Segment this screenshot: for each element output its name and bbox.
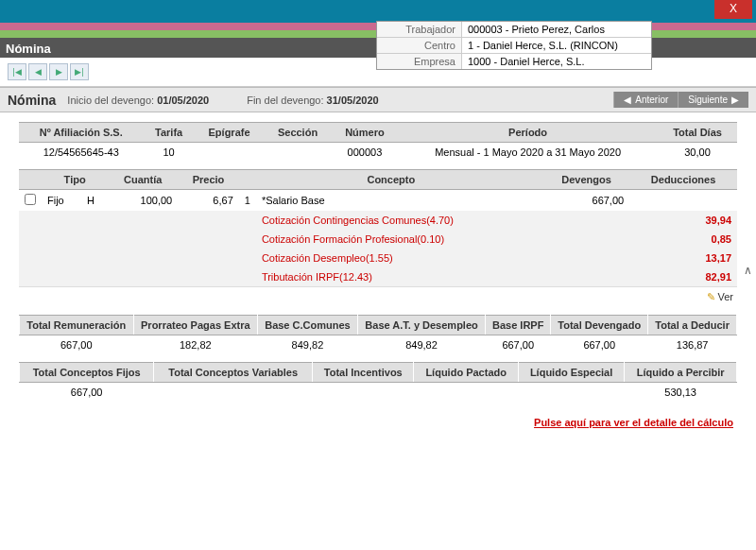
- cell: 0,85: [629, 230, 737, 249]
- cell: Tributación IRPF(12.43): [256, 267, 543, 287]
- th-tipo: Tipo: [42, 170, 108, 190]
- nav-next-button[interactable]: ▶: [49, 63, 68, 80]
- table-row: 667,00182,82849,82849,82667,00667,00136,…: [20, 335, 737, 355]
- th-numero: Número: [332, 123, 398, 143]
- info-box: Trabajador 000003 - Prieto Perez, Carlos…: [376, 21, 652, 70]
- cell: 667,00: [543, 190, 629, 212]
- cell: 30,00: [658, 143, 737, 163]
- th: Total Devengado: [551, 316, 648, 335]
- cell: 12/54565645-43: [19, 143, 144, 163]
- cell: Mensual - 1 Mayo 2020 a 31 Mayo 2020: [398, 143, 658, 163]
- cell: 849,82: [357, 335, 485, 355]
- cell: 667,00: [20, 335, 134, 355]
- header-title: Nómina: [6, 42, 51, 56]
- pager: ◀Anterior Siguiente▶: [613, 92, 748, 108]
- scroll-indicator[interactable]: ∧: [744, 264, 752, 277]
- cell: Cotización Contingencias Comunes(4.70): [256, 211, 543, 230]
- value-empresa: 1000 - Daniel Herce, S.L.: [462, 54, 651, 69]
- th-check: [19, 170, 42, 190]
- cell: 6,67: [178, 190, 239, 212]
- th: Total Conceptos Fijos: [20, 363, 154, 383]
- th: Total Incentivos: [313, 363, 414, 383]
- cell: 182,82: [133, 335, 257, 355]
- header-bar: Nómina Trabajador 000003 - Prieto Perez,…: [0, 38, 756, 58]
- checkbox[interactable]: [25, 194, 36, 205]
- table-row: Cotización Contingencias Comunes(4.70)39…: [19, 211, 737, 230]
- close-button[interactable]: X: [714, 0, 752, 19]
- value-trabajador: 000003 - Prieto Perez, Carlos: [462, 22, 651, 37]
- ver-link[interactable]: ✎Ver: [707, 291, 733, 302]
- row-checkbox[interactable]: [19, 190, 42, 212]
- cell: 530,13: [625, 383, 737, 403]
- cell: 100,00: [108, 190, 178, 212]
- cell: 667,00: [486, 335, 551, 355]
- th: Base C.Comunes: [258, 316, 358, 335]
- nav-prev-button[interactable]: ◀: [28, 63, 47, 80]
- th-afiliacion: Nº Afiliación S.S.: [19, 123, 144, 143]
- totals-table-1: Total RemuneraciónProrrateo Pagas ExtraB…: [19, 315, 737, 354]
- cell: [629, 190, 737, 212]
- titlebar: X: [0, 0, 756, 23]
- th-epigrafe: Epígrafe: [195, 123, 265, 143]
- table-row: 667,00530,13: [20, 383, 737, 403]
- cell: *Salario Base: [256, 190, 543, 212]
- cell: [154, 383, 313, 403]
- chevron-left-icon: ◀: [624, 95, 631, 105]
- cell: 849,82: [258, 335, 358, 355]
- th-tarifa: Tarifa: [144, 123, 195, 143]
- subheader: Nómina Inicio del devengo: 01/05/2020 Fi…: [0, 87, 756, 112]
- concepts-table: Tipo Cuantía Precio Concepto Devengos De…: [19, 169, 737, 307]
- cell: [195, 143, 265, 163]
- th: Prorrateo Pagas Extra: [133, 316, 257, 335]
- cell: 000003: [332, 143, 398, 163]
- th-deducciones: Deducciones: [629, 170, 737, 190]
- table-row: Fijo H 100,00 6,67 1 *Salario Base 667,0…: [19, 190, 737, 212]
- label-trabajador: Trabajador: [377, 22, 462, 37]
- cell: 667,00: [20, 383, 154, 403]
- cell: [414, 383, 518, 403]
- th-periodo: Período: [398, 123, 658, 143]
- table-row: 12/54565645-43 10 000003 Mensual - 1 May…: [19, 143, 737, 163]
- end-date: Fin del devengo: 31/05/2020: [247, 95, 378, 106]
- detail-link-row: Pulse aquí para ver el detalle del cálcu…: [19, 409, 737, 436]
- cell: 667,00: [551, 335, 648, 355]
- th: Líquido Especial: [518, 363, 624, 383]
- cell: 136,87: [648, 335, 737, 355]
- prev-button[interactable]: ◀Anterior: [613, 92, 678, 108]
- table-row: Cotización Desempleo(1.55)13,17: [19, 249, 737, 267]
- cell: Cotización Formación Profesional(0.10): [256, 230, 543, 249]
- cell: 10: [144, 143, 195, 163]
- th-cuantia: Cuantía: [108, 170, 178, 190]
- th: Base A.T. y Desempleo: [357, 316, 485, 335]
- cell: 1: [239, 190, 256, 212]
- content-area: Nº Afiliación S.S. Tarifa Epígrafe Secci…: [0, 112, 756, 547]
- pencil-icon: ✎: [707, 291, 715, 302]
- start-date: Inicio del devengo: 01/05/2020: [67, 95, 209, 106]
- cell: 82,91: [629, 267, 737, 287]
- nav-first-button[interactable]: |◀: [8, 63, 26, 80]
- totals-table-2: Total Conceptos FijosTotal Conceptos Var…: [19, 362, 737, 402]
- th-precio: Precio: [178, 170, 239, 190]
- label-centro: Centro: [377, 38, 462, 53]
- cell: [518, 383, 624, 403]
- cell: [313, 383, 414, 403]
- cell: 13,17: [629, 249, 737, 267]
- th: Líquido a Percibir: [625, 363, 737, 383]
- value-centro: 1 - Daniel Herce, S.L. (RINCON): [462, 38, 651, 53]
- th: Total Remuneración: [20, 316, 134, 335]
- nav-last-button[interactable]: ▶|: [70, 63, 89, 80]
- th-concepto: Concepto: [239, 170, 543, 190]
- th-totaldias: Total Días: [658, 123, 737, 143]
- ver-row: ✎Ver: [19, 287, 737, 308]
- cell: H: [81, 190, 108, 212]
- table-row: Cotización Formación Profesional(0.10)0,…: [19, 230, 737, 249]
- th-devengos: Devengos: [543, 170, 629, 190]
- subheader-title: Nómina: [8, 93, 56, 108]
- cell: 39,94: [629, 211, 737, 230]
- th: Líquido Pactado: [414, 363, 518, 383]
- cell: Fijo: [42, 190, 81, 212]
- detail-link[interactable]: Pulse aquí para ver el detalle del cálcu…: [534, 417, 733, 428]
- cell: Cotización Desempleo(1.55): [256, 249, 543, 267]
- th: Total Conceptos Variables: [154, 363, 313, 383]
- next-button[interactable]: Siguiente▶: [678, 92, 748, 108]
